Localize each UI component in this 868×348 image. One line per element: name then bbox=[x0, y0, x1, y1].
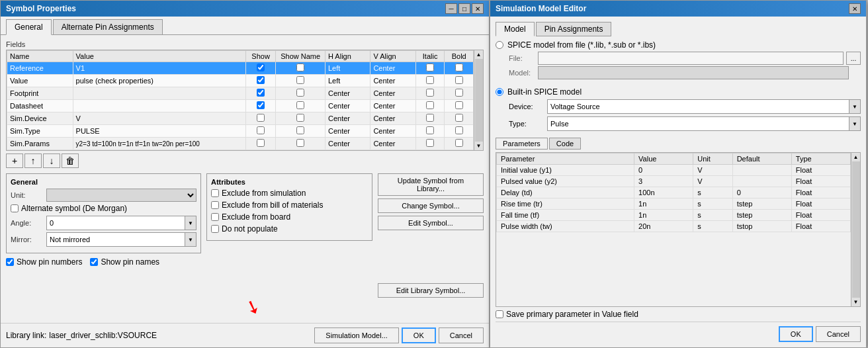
cell-bold[interactable] bbox=[445, 112, 474, 125]
params-row[interactable]: Rise time (tr) 1n s tstep Float bbox=[497, 198, 851, 210]
cell-show[interactable] bbox=[245, 138, 275, 150]
minimize-button[interactable]: ─ bbox=[445, 3, 457, 14]
tab-pin-assignments[interactable]: Pin Assignments bbox=[536, 22, 612, 36]
delete-row-button[interactable]: 🗑 bbox=[62, 153, 79, 168]
cell-name: Sim.Device bbox=[7, 112, 73, 125]
table-row[interactable]: Sim.Device V Center Center bbox=[7, 112, 474, 125]
tab-model[interactable]: Model bbox=[496, 22, 535, 36]
cancel-button[interactable]: Cancel bbox=[439, 327, 484, 343]
move-up-button[interactable]: ↑ bbox=[24, 153, 42, 168]
tab-alternate-pin-assignments[interactable]: Alternate Pin Assignments bbox=[53, 19, 163, 34]
table-row[interactable]: Footprint Center Center bbox=[7, 87, 474, 100]
cell-italic[interactable] bbox=[415, 87, 445, 100]
cell-show[interactable] bbox=[245, 100, 275, 112]
cell-italic[interactable] bbox=[415, 62, 445, 75]
cell-v-align: Center bbox=[370, 62, 415, 75]
change-symbol-button[interactable]: Change Symbol... bbox=[378, 198, 484, 213]
sim-cancel-button[interactable]: Cancel bbox=[816, 326, 861, 342]
add-row-button[interactable]: + bbox=[6, 153, 23, 168]
device-dropdown-button[interactable]: ▼ bbox=[849, 99, 861, 114]
type-input[interactable]: Pulse bbox=[547, 116, 849, 131]
ok-button[interactable]: OK bbox=[402, 327, 436, 343]
exclude-board-checkbox[interactable] bbox=[211, 213, 219, 221]
table-row[interactable]: Value pulse (check properties) Left Cent… bbox=[7, 75, 474, 87]
table-row[interactable]: Datasheet Center Center bbox=[7, 100, 474, 112]
exclude-sim-checkbox[interactable] bbox=[211, 189, 219, 197]
browse-button[interactable]: ... bbox=[846, 52, 861, 65]
cell-show[interactable] bbox=[245, 125, 275, 138]
cell-show[interactable] bbox=[245, 75, 275, 87]
cell-show-name[interactable] bbox=[276, 87, 326, 100]
cell-italic[interactable] bbox=[415, 125, 445, 138]
unit-select[interactable] bbox=[46, 189, 196, 202]
params-row[interactable]: Initial value (y1) 0 V Float bbox=[497, 165, 851, 176]
params-scroll-up-icon[interactable]: ▲ bbox=[852, 153, 860, 161]
move-down-button[interactable]: ↓ bbox=[43, 153, 60, 168]
table-row[interactable]: Sim.Type PULSE Center Center bbox=[7, 125, 474, 138]
sim-window-controls: ✕ bbox=[849, 3, 861, 14]
cell-show-name[interactable] bbox=[276, 138, 326, 150]
spice-file-radio[interactable] bbox=[496, 41, 503, 49]
alt-symbol-checkbox[interactable] bbox=[11, 204, 19, 212]
exclude-bom-checkbox[interactable] bbox=[211, 201, 219, 209]
params-scroll-down-icon[interactable]: ▼ bbox=[852, 298, 860, 306]
cell-bold[interactable] bbox=[445, 100, 474, 112]
mirror-input[interactable]: Not mirrored bbox=[46, 232, 185, 247]
cell-show-name[interactable] bbox=[276, 112, 326, 125]
cell-show[interactable] bbox=[245, 62, 275, 75]
cell-italic[interactable] bbox=[415, 100, 445, 112]
table-row[interactable]: Reference V1 Left Center bbox=[7, 62, 474, 75]
param-unit: s bbox=[693, 210, 732, 221]
do-not-populate-checkbox[interactable] bbox=[211, 225, 219, 233]
tab-code[interactable]: Code bbox=[549, 138, 581, 150]
cell-bold[interactable] bbox=[445, 87, 474, 100]
show-pin-numbers-checkbox[interactable] bbox=[6, 258, 14, 266]
cell-show-name[interactable] bbox=[276, 62, 326, 75]
param-name: Rise time (tr) bbox=[497, 198, 634, 210]
scroll-down-icon[interactable]: ▼ bbox=[475, 142, 483, 150]
cell-italic[interactable] bbox=[415, 75, 445, 87]
params-row[interactable]: Fall time (tf) 1n s tstep Float bbox=[497, 210, 851, 221]
scroll-up-icon[interactable]: ▲ bbox=[475, 50, 483, 59]
cell-italic[interactable] bbox=[415, 112, 445, 125]
params-row[interactable]: Delay (td) 100n s 0 Float bbox=[497, 187, 851, 198]
cell-show-name[interactable] bbox=[276, 100, 326, 112]
cell-bold[interactable] bbox=[445, 75, 474, 87]
file-input[interactable] bbox=[538, 52, 844, 65]
params-row[interactable]: Pulsed value (y2) 3 V Float bbox=[497, 176, 851, 187]
edit-symbol-button[interactable]: Edit Symbol... bbox=[378, 216, 484, 230]
sim-ok-button[interactable]: OK bbox=[779, 326, 813, 342]
arrow-area: ➘ bbox=[1, 303, 489, 320]
model-input[interactable] bbox=[538, 66, 849, 79]
cell-italic[interactable] bbox=[415, 138, 445, 150]
cell-show[interactable] bbox=[245, 87, 275, 100]
params-row[interactable]: Pulse width (tw) 20n s tstop Float bbox=[497, 221, 851, 232]
save-primary-checkbox[interactable] bbox=[496, 310, 503, 318]
device-input[interactable]: Voltage Source bbox=[547, 99, 849, 114]
simulation-model-button[interactable]: Simulation Model... bbox=[314, 327, 399, 343]
close-button[interactable]: ✕ bbox=[472, 3, 484, 14]
table-row[interactable]: Sim.Params y2=3 td=100n tr=1n tf=1n tw=2… bbox=[7, 138, 474, 150]
maximize-button[interactable]: □ bbox=[458, 3, 470, 14]
tab-parameters[interactable]: Parameters bbox=[496, 138, 548, 150]
show-pin-names-checkbox[interactable] bbox=[90, 258, 98, 266]
tab-general[interactable]: General bbox=[6, 19, 52, 35]
type-dropdown-button[interactable]: ▼ bbox=[849, 116, 861, 131]
col-show-name: Show Name bbox=[276, 51, 326, 62]
exclude-sim-label: Exclude from simulation bbox=[222, 189, 306, 198]
cell-bold[interactable] bbox=[445, 62, 474, 75]
mirror-dropdown-button[interactable]: ▼ bbox=[185, 232, 196, 247]
sim-close-button[interactable]: ✕ bbox=[849, 3, 861, 14]
cell-h-align: Left bbox=[325, 62, 370, 75]
cell-show[interactable] bbox=[245, 112, 275, 125]
builtin-radio[interactable] bbox=[496, 88, 503, 96]
cell-show-name[interactable] bbox=[276, 125, 326, 138]
angle-input[interactable] bbox=[46, 216, 185, 230]
cell-bold[interactable] bbox=[445, 138, 474, 150]
param-unit: V bbox=[693, 176, 732, 187]
edit-library-symbol-button[interactable]: Edit Library Symbol... bbox=[378, 283, 484, 298]
update-symbol-button[interactable]: Update Symbol from Library... bbox=[378, 173, 484, 196]
cell-bold[interactable] bbox=[445, 125, 474, 138]
cell-show-name[interactable] bbox=[276, 75, 326, 87]
angle-dropdown-button[interactable]: ▼ bbox=[185, 216, 196, 230]
